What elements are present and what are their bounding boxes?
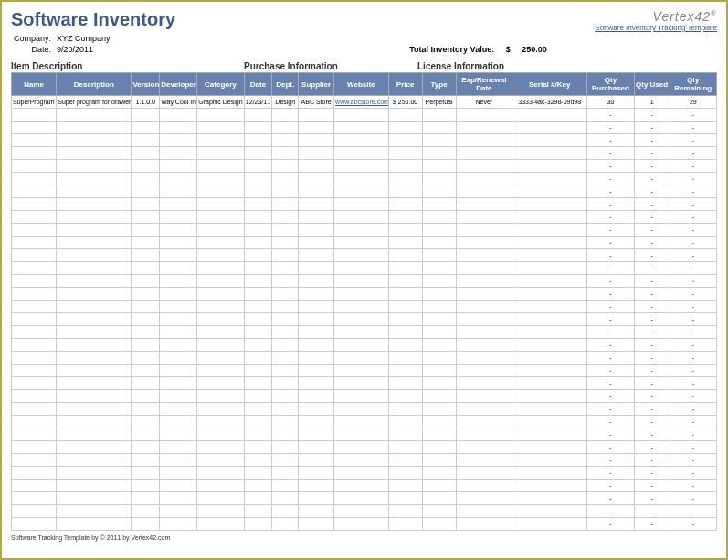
cell-description [57, 134, 132, 147]
cell-description [57, 390, 132, 403]
cell-developer [160, 173, 197, 185]
cell-qty_remaining: - [670, 262, 716, 275]
cell-serial [512, 365, 587, 377]
cell-supplier [299, 185, 334, 198]
cell-description [57, 441, 132, 454]
cell-name [12, 224, 57, 237]
cell-dept [272, 467, 299, 480]
cell-renewal [456, 224, 512, 237]
cell-category [197, 237, 244, 249]
cell-renewal [456, 467, 512, 480]
cell-description [57, 518, 132, 531]
cell-supplier [299, 365, 334, 377]
cell-description [57, 288, 132, 301]
cell-renewal [456, 173, 512, 185]
cell-type [422, 185, 456, 198]
cell-dept [272, 109, 299, 122]
cell-price [388, 198, 422, 211]
cell-website [334, 467, 389, 480]
cell-qty_purchased: - [587, 467, 634, 480]
cell-developer [160, 185, 197, 198]
col-qty-remaining: Qty Remaining [670, 73, 716, 96]
cell-version [132, 109, 160, 122]
cell-serial [512, 185, 587, 198]
cell-qty_used: 1 [634, 96, 670, 109]
cell-serial [512, 198, 587, 211]
cell-developer [160, 492, 197, 505]
cell-qty_remaining: - [670, 134, 716, 147]
cell-qty_used: - [634, 352, 670, 365]
cell-price [388, 403, 422, 416]
cell-supplier [299, 288, 334, 301]
cell-date [244, 173, 272, 185]
cell-supplier [299, 147, 334, 160]
cell-qty_remaining: - [670, 505, 716, 518]
cell-type [422, 288, 456, 301]
cell-qty_used: - [634, 365, 670, 377]
cell-type [422, 134, 456, 147]
cell-category [197, 339, 244, 352]
cell-qty_used: - [634, 505, 670, 518]
table-row: --- [12, 403, 717, 416]
cell-renewal [456, 480, 512, 492]
cell-qty_used: - [634, 492, 670, 505]
cell-website: www.abcstore.com [334, 96, 389, 109]
cell-dept [272, 365, 299, 377]
col-date: Date [244, 73, 272, 96]
cell-description [57, 262, 132, 275]
cell-website [334, 147, 389, 160]
col-website: Website [334, 73, 389, 96]
cell-dept [272, 198, 299, 211]
cell-qty_remaining: - [670, 492, 716, 505]
cell-qty_purchased: - [587, 262, 634, 275]
cell-type [422, 403, 456, 416]
cell-version [132, 147, 160, 160]
cell-category [197, 185, 244, 198]
cell-name [12, 428, 57, 441]
cell-serial [512, 211, 587, 224]
cell-description [57, 147, 132, 160]
cell-qty_purchased: - [587, 339, 634, 352]
cell-name [12, 505, 57, 518]
cell-qty_purchased: - [587, 237, 634, 249]
cell-dept [272, 211, 299, 224]
cell-name [12, 185, 57, 198]
cell-supplier [299, 377, 334, 390]
cell-supplier [299, 492, 334, 505]
cell-qty_purchased: - [587, 160, 634, 173]
vertex42-logo: Vertex42® [595, 9, 717, 24]
cell-qty_used: - [634, 441, 670, 454]
cell-serial [512, 352, 587, 365]
cell-price [388, 301, 422, 313]
cell-dept [272, 301, 299, 313]
cell-serial [512, 275, 587, 288]
cell-category [197, 428, 244, 441]
cell-developer [160, 109, 197, 122]
cell-supplier [299, 480, 334, 492]
cell-price [388, 147, 422, 160]
cell-name [12, 313, 57, 326]
template-link[interactable]: Software Inventory Tracking Template [595, 24, 717, 32]
cell-qty_used: - [634, 224, 670, 237]
cell-price [388, 224, 422, 237]
cell-version [132, 134, 160, 147]
cell-description [57, 377, 132, 390]
cell-dept [272, 275, 299, 288]
cell-dept [272, 326, 299, 339]
cell-serial [512, 428, 587, 441]
total-currency: $ [506, 45, 511, 54]
table-row: --- [12, 185, 717, 198]
cell-developer [160, 365, 197, 377]
cell-description [57, 339, 132, 352]
cell-website [334, 109, 389, 122]
cell-category [197, 403, 244, 416]
cell-name [12, 492, 57, 505]
cell-developer [160, 416, 197, 428]
cell-category [197, 518, 244, 531]
cell-qty_remaining: - [670, 518, 716, 531]
cell-name [12, 249, 57, 262]
table-row: --- [12, 428, 717, 441]
cell-renewal [456, 122, 512, 134]
cell-qty_used: - [634, 185, 670, 198]
table-row: SuperProgramSuper program for drawers1.1… [12, 96, 717, 109]
